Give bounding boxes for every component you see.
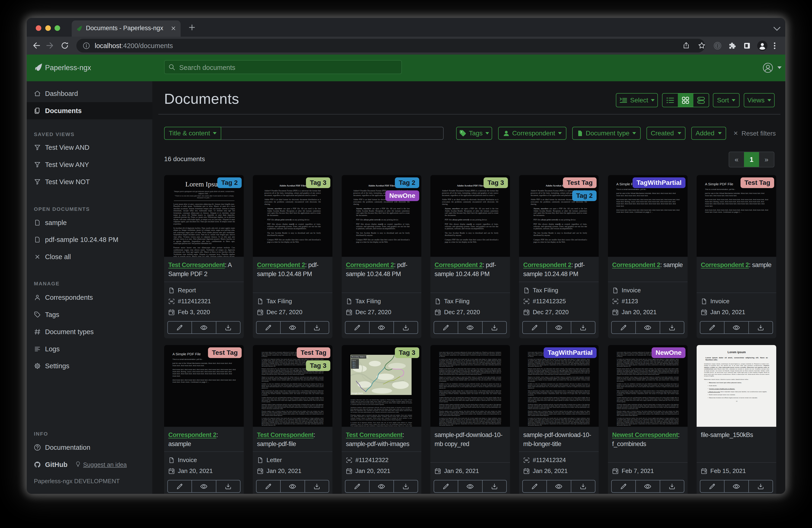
svg-text:Google Earth: Google Earth: [351, 392, 363, 394]
svg-text:Day 4: Day 4: [353, 367, 356, 368]
svg-text:Boundary Waters Trip: Boundary Waters Trip: [352, 356, 368, 358]
svg-text:Legend: Legend: [352, 360, 356, 361]
svg-text:Day 3: Day 3: [353, 365, 356, 366]
svg-text:Day 2: Day 2: [353, 363, 356, 365]
svg-text:Day 1: Day 1: [353, 362, 356, 363]
